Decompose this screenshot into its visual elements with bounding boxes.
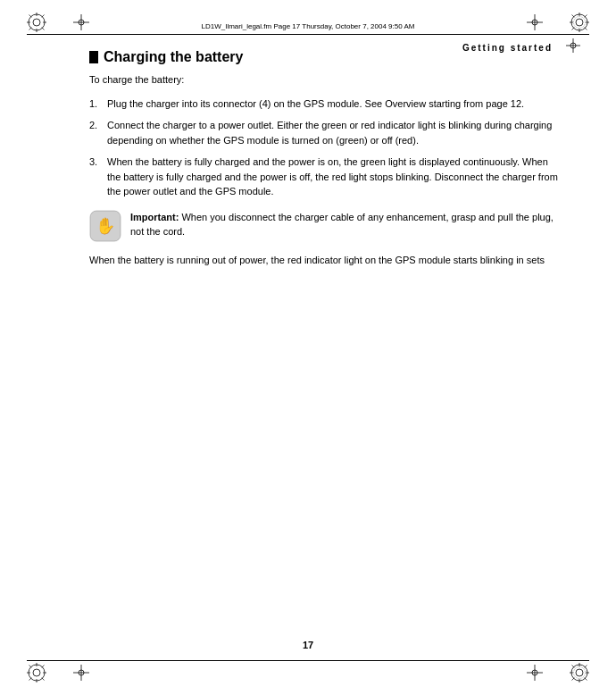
list-item: 3. When the battery is fully charged and…	[89, 155, 562, 199]
svg-point-26	[574, 17, 586, 29]
bottom-markers	[27, 663, 589, 686]
main-content: Charging the battery To charge the batte…	[89, 49, 562, 624]
svg-point-17	[576, 19, 583, 26]
svg-point-1	[33, 19, 40, 26]
header-file-info: LD1W_Ilmari_legal.fm Page 17 Thursday, O…	[202, 22, 415, 30]
footer-body-text: When the battery is running out of power…	[89, 253, 562, 268]
svg-point-58	[574, 667, 586, 679]
section-title-text: Charging the battery	[104, 49, 243, 65]
intro-text: To charge the battery:	[89, 72, 562, 88]
important-note-text: Important: When you disconnect the charg…	[130, 210, 562, 239]
step-text-3: When the battery is fully charged and th…	[107, 155, 562, 199]
top-crosshair-left	[73, 14, 89, 34]
section-title: Charging the battery	[89, 49, 562, 65]
top-right-sunburst	[570, 13, 589, 36]
step-number-1: 1.	[89, 96, 107, 112]
important-body: When you disconnect the charger cable of…	[130, 212, 554, 238]
bottom-crosshair-left	[73, 665, 89, 684]
header-file-info-area: LD1W_Ilmari_legal.fm Page 17 Thursday, O…	[89, 16, 527, 32]
svg-text:✋: ✋	[96, 216, 116, 236]
step-number-3: 3.	[89, 155, 107, 170]
top-left-sunburst	[27, 13, 46, 36]
bottom-left-sunburst	[27, 663, 46, 686]
top-markers: LD1W_Ilmari_legal.fm Page 17 Thursday, O…	[27, 13, 589, 36]
chapter-crosshair	[566, 38, 580, 56]
top-crosshair-right	[527, 14, 543, 34]
section-title-block	[89, 51, 98, 63]
top-border-line	[27, 34, 589, 35]
step-text-2: Connect the charger to a power outlet. E…	[107, 118, 562, 147]
important-icon: ✋	[89, 210, 121, 242]
important-label: Important:	[130, 212, 179, 222]
steps-list: 1. Plug the charger into its connector (…	[89, 96, 562, 199]
list-item: 1. Plug the charger into its connector (…	[89, 96, 562, 112]
important-box: ✋ Important: When you disconnect the cha…	[89, 210, 562, 242]
page: LD1W_Ilmari_legal.fm Page 17 Thursday, O…	[0, 0, 616, 695]
bottom-crosshair-right	[527, 665, 543, 684]
step-text-1: Plug the charger into its connector (4) …	[107, 96, 562, 112]
step-number-2: 2.	[89, 118, 107, 133]
svg-point-49	[576, 669, 583, 676]
bottom-right-sunburst	[570, 663, 589, 686]
list-item: 2. Connect the charger to a power outlet…	[89, 118, 562, 147]
svg-point-33	[33, 669, 40, 676]
page-number: 17	[303, 640, 313, 650]
bottom-border-line	[27, 660, 589, 661]
